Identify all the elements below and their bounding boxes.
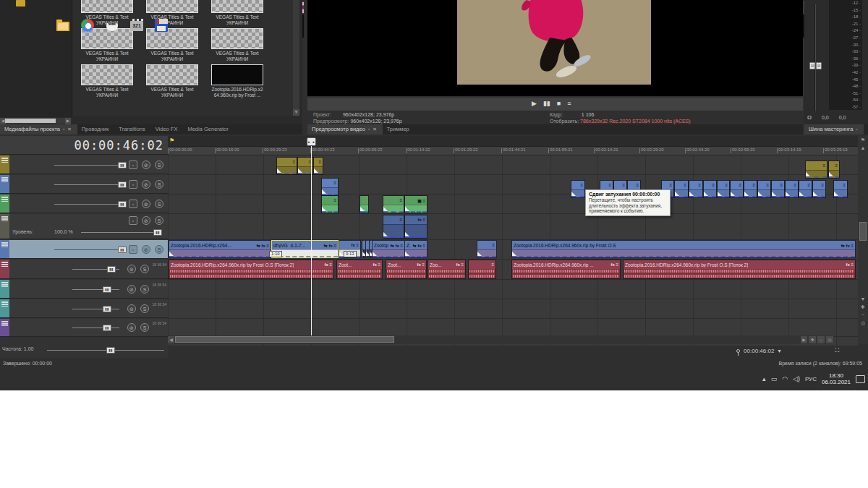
track-fx-icon[interactable]: ▫ (129, 180, 137, 189)
audio-event[interactable]: Zootopia.2016.HDRip.x264.960x.rip by Fro… (169, 260, 334, 279)
timeline-event[interactable]: ≡ (799, 180, 812, 198)
media-thumbnail[interactable] (81, 0, 133, 13)
scroll-up-icon[interactable]: ▲ (861, 145, 866, 151)
zoom-in-icon[interactable]: ✚ (809, 336, 816, 343)
volume-icon[interactable]: ◁) (793, 375, 800, 382)
timeline-event[interactable]: ≡ (757, 180, 771, 198)
timeline-event[interactable]: ≡ (321, 178, 339, 196)
volume-slider[interactable]: ▮▮ (103, 286, 111, 293)
timeline-event[interactable]: ≡ (571, 180, 585, 198)
timeline-event[interactable]: ≡ (805, 160, 827, 179)
timeline-hscrollbar[interactable]: ◀ ▶ ✚ − ◎ (168, 335, 833, 344)
audio-event[interactable]: Zoot...fx ≡ (336, 260, 383, 279)
timeline-event[interactable]: ≡ (730, 180, 744, 198)
track-fx-icon[interactable]: ▫ (129, 216, 137, 225)
media-item[interactable]: VEGAS Titles & TextУКРАИНИ (143, 0, 201, 25)
timeline-event[interactable]: ≡ (674, 180, 689, 198)
scroll-left-icon[interactable]: ◀ (168, 336, 174, 343)
track-header-8-audio[interactable]: ▮▮ ⊘S 18 36 54 (0, 299, 168, 318)
timeline-event[interactable]: ≡ (771, 180, 785, 198)
media-item[interactable]: VEGAS Titles & TextУКРАИНИ (78, 64, 136, 98)
media-item[interactable]: VEGAS Titles & TextУКРАИНИ (143, 28, 201, 61)
scroll-thumb[interactable] (5, 119, 56, 123)
level-slider[interactable]: ▮▮ (118, 181, 127, 188)
media-item[interactable]: Zootopia.2016.HDRip.x264.960x.rip by Fro… (208, 64, 266, 98)
media-pool-hscrollbar[interactable]: ◀ ▶ (0, 118, 71, 124)
audio-event[interactable]: Zootopia.2016.HDRip.x264.960x.rip by Fro… (623, 260, 856, 279)
track-header-6-audio[interactable]: ▮▮ ⊘S 18 36 54 (0, 260, 168, 279)
timeline-event[interactable]: ≡ (321, 195, 339, 213)
master-fader-handle[interactable]: ▤▤ (809, 62, 822, 69)
media-thumbnail[interactable] (81, 64, 133, 85)
timeline-event[interactable]: ≡ (383, 195, 404, 213)
timeline-event[interactable]: ≡ (744, 180, 757, 198)
audio-event[interactable]: Zoo...fx ≡ (427, 260, 466, 279)
timeline-event[interactable]: fx ≡ (404, 215, 427, 239)
tab-explorer[interactable]: Проводник (77, 124, 115, 134)
scroll-right-icon[interactable]: ▶ (65, 118, 71, 124)
lock-icon[interactable]: Ω (807, 114, 812, 121)
loop-start-flag-icon[interactable]: ⚑ (169, 137, 174, 144)
tab-project-media[interactable]: Медиафайлы проекта▫✕ (0, 124, 77, 134)
track-color-tab[interactable] (0, 260, 9, 278)
solo-icon[interactable]: S (140, 265, 149, 273)
dock-icon[interactable]: ▫ (856, 127, 857, 132)
video-event[interactable]: Zootopia.2016.HDRip.x264.960x.rip by Fro… (511, 240, 856, 258)
rate-slider[interactable]: ▮▮ (106, 347, 115, 354)
media-item[interactable]: VEGAS Titles & TextУКРАИНИ (208, 0, 266, 25)
menu-icon[interactable]: ≡ (567, 100, 571, 107)
track-color-tab[interactable] (0, 194, 9, 213)
track-header-5-selected[interactable]: ▮▮ ▫⊘S (0, 240, 168, 259)
close-icon[interactable]: ✕ (373, 127, 376, 132)
composite-level-slider[interactable]: ▮▮ (153, 229, 162, 236)
playhead-line[interactable] (311, 146, 312, 335)
video-event[interactable] (362, 240, 364, 258)
track-header-2[interactable]: ▮▮ ▫⊘S (0, 175, 168, 194)
timecode-display[interactable]: 00:00:46:02 (0, 136, 168, 155)
wifi-icon[interactable]: ◠ (782, 375, 788, 382)
mute-icon[interactable]: ⊘ (142, 216, 150, 225)
media-thumbnail[interactable] (146, 28, 198, 49)
track-color-tab[interactable] (0, 280, 9, 298)
track-header-3[interactable]: ▮▮ ▫⊘S (0, 194, 168, 213)
media-thumbnail[interactable] (211, 0, 263, 13)
scroll-down-icon[interactable]: ▼ (293, 109, 299, 116)
media-pool-tree[interactable] (0, 0, 72, 117)
timeline-event[interactable]: ≡ (833, 180, 848, 198)
play-icon[interactable]: ▶ (532, 100, 537, 107)
time-ruler[interactable]: 00:00:00:0000:00:15:0000:00:29:2300:00:4… (168, 147, 858, 155)
timeline-event[interactable]: ≡ (717, 180, 730, 198)
video-event[interactable] (365, 240, 367, 258)
timeline-event[interactable]: ≡ (689, 180, 703, 198)
timeline-event[interactable]: ≡ (828, 160, 840, 179)
cursor-time[interactable]: 00:00:46:02 (744, 348, 774, 354)
timeline-event[interactable]: ≡ (276, 157, 297, 175)
timeline-event[interactable] (359, 195, 369, 213)
media-item[interactable]: VEGAS Titles & TextУКРАИНИ (143, 64, 201, 98)
track-color-tab[interactable] (0, 299, 9, 317)
zoom-out-icon[interactable]: − (861, 312, 864, 318)
marker-flag-icon[interactable]: ⚑ (861, 137, 865, 143)
mute-icon[interactable]: ⊘ (127, 285, 136, 294)
media-pool-vscrollbar[interactable]: ▼ (293, 0, 299, 116)
solo-icon[interactable]: S (155, 200, 163, 208)
pause-icon[interactable]: ▮▮ (543, 100, 550, 107)
timeline-event[interactable]: ≡ (785, 180, 799, 198)
tab-trimmer[interactable]: Триммер (383, 124, 415, 134)
zoom-out-icon[interactable]: − (817, 336, 825, 343)
tray-expand-icon[interactable]: ▴ (762, 375, 766, 382)
video-event[interactable] (369, 240, 371, 258)
solo-icon[interactable]: S (155, 160, 163, 169)
track-color-tab[interactable] (0, 214, 9, 239)
track-fx-icon[interactable]: ▫ (129, 245, 137, 254)
language-indicator[interactable]: РУС (805, 376, 817, 382)
video-event[interactable]: Zootopia.2016.HDRip.x264...⇆ fx ≡ (169, 240, 271, 258)
tab-video-fx[interactable]: Video FX (151, 124, 184, 134)
scroll-right-icon[interactable]: ▶ (801, 336, 807, 343)
track-fx-icon[interactable]: ▫ (129, 200, 137, 208)
volume-slider[interactable]: ▮▮ (103, 325, 111, 331)
clock[interactable]: 18:30 06.03.2021 (822, 372, 851, 385)
track-color-tab[interactable] (0, 175, 9, 193)
track-header-7-audio[interactable]: ▮▮ ⊘S 18 36 54 (0, 280, 168, 299)
level-slider[interactable]: ▮▮ (118, 201, 127, 207)
